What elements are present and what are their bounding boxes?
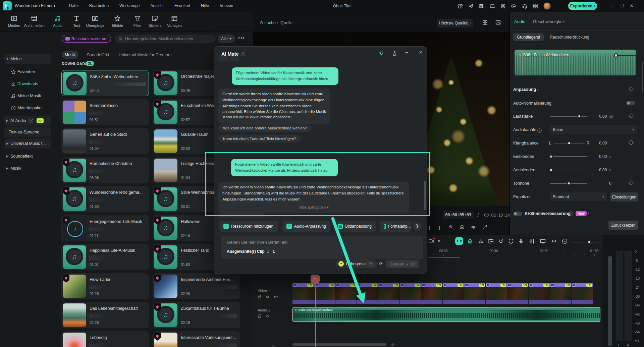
video-clip[interactable]: ⚡AI	[314, 283, 335, 304]
tab-audio[interactable]: Audio	[514, 19, 525, 24]
headset-icon[interactable]	[522, 3, 527, 9]
video-clip[interactable]: ⚡AI	[335, 283, 357, 304]
menu-version[interactable]: Version	[214, 0, 238, 12]
sidebar-item-meine-musik[interactable]: Meine Musik	[4, 91, 51, 101]
speed-rotate-icon[interactable]	[498, 238, 504, 244]
audio-clip-waveform-card[interactable]: ♬ Süße Zeit in Weihnachten	[515, 50, 636, 75]
fullscreen-icon[interactable]	[482, 225, 487, 229]
media-tab-universal-music-for-creators[interactable]: Universal Music for Creators	[118, 51, 172, 59]
audio-clip[interactable]: ♬ Süße Zeit in Weihnachten	[292, 307, 600, 322]
video-lock-icon[interactable]	[258, 295, 262, 299]
scope-icon[interactable]	[495, 20, 501, 25]
equalizer-dropdown[interactable]: Standard▾	[550, 192, 607, 201]
split-icon[interactable]	[478, 238, 484, 244]
video-clip[interactable]: ⚡AI	[357, 283, 378, 304]
dialog-close-icon[interactable]: ✕	[419, 50, 423, 55]
suggestion-chip[interactable]: Kann ich die Musiklautstärke anpassen?	[218, 113, 297, 121]
video-clip[interactable]: ⚡AI	[464, 283, 485, 304]
video-clip[interactable]: ⚡AI	[486, 283, 507, 304]
command-input[interactable]: Geben Sie hier Ihren Befehl ein Ausgewäh…	[221, 236, 423, 259]
playhead-line[interactable]	[315, 279, 316, 347]
tonhoehe-keyframe-icon[interactable]	[629, 180, 634, 186]
ki-stimmverbesserung-toggle[interactable]	[513, 212, 522, 216]
shield-icon[interactable]	[508, 238, 514, 244]
music-card[interactable]: Zukunftshaus für T-Bühne02:15	[153, 302, 240, 328]
music-card[interactable]: Wunderschöne retro gemä...01:33	[61, 186, 149, 212]
sidebar-item-universal-music-f-[interactable]: ▶Universal Music f...	[4, 138, 51, 149]
ausblenden-slider[interactable]	[550, 170, 587, 170]
menu-ansicht[interactable]: Ansicht	[145, 0, 169, 12]
ai-mate-icon[interactable]	[455, 237, 463, 245]
toolbar-templates[interactable]: Vorlagen	[164, 14, 185, 27]
menu-hilfe[interactable]: Hilfe	[196, 0, 214, 12]
quality-dropdown[interactable]: Höchste Qualität▾	[437, 19, 473, 27]
vertical-scrollbar[interactable]	[608, 256, 612, 346]
music-card[interactable]: Happiness Life-AI-Musik01:01	[61, 244, 149, 270]
klangbalance-value[interactable]: 0,00	[599, 141, 607, 146]
tab-quelle[interactable]: Quelle	[280, 20, 292, 25]
einblenden-slider[interactable]	[550, 156, 587, 157]
mark-in-icon[interactable]: {	[429, 225, 430, 230]
magnet-tool-icon[interactable]	[467, 238, 473, 244]
sidebar-item-musik[interactable]: ▶Musik	[4, 163, 51, 173]
send-button[interactable]: Senden✦10	[386, 260, 419, 268]
speaker-icon[interactable]	[471, 225, 476, 230]
anpassung-header[interactable]: Anpassung ▾	[513, 87, 539, 92]
music-card[interactable]: Sommerblasen01:51	[61, 99, 149, 125]
tonhoehe-value[interactable]: 0	[609, 181, 611, 186]
flask-icon[interactable]	[392, 51, 397, 56]
suggestion-chip[interactable]: Wie kann ich eine andere Musikrichtung w…	[218, 124, 312, 132]
tab-geschwindigkeit[interactable]: Geschwindigkeit	[533, 19, 565, 24]
lautstaerke-value[interactable]: 0,00	[599, 114, 607, 119]
music-card[interactable]: Interessante Vorlesungseinf...	[153, 331, 240, 347]
gift-icon[interactable]	[458, 3, 463, 9]
reset-button[interactable]: Zurücksetzen	[608, 221, 638, 230]
close-button[interactable]: ✕	[627, 0, 637, 12]
ki-expand-caret[interactable]: ▾	[588, 212, 589, 215]
video-clip[interactable]: ⚡AI	[529, 283, 550, 304]
filter-all-button[interactable]: Alle	[218, 35, 235, 43]
music-card[interactable]: Inspirierende Ambeint-Erin...02:26	[153, 273, 240, 299]
music-card[interactable]: Das Lebensmittelgeschäft02:28	[61, 302, 149, 328]
expand-info-link[interactable]: Infos aufklappen ▾	[222, 205, 405, 210]
pin-icon[interactable]	[379, 51, 384, 56]
track-width-icon[interactable]	[551, 238, 557, 244]
lautstaerke-slider[interactable]	[550, 116, 587, 117]
music-card[interactable]: Lebendig	[61, 331, 149, 347]
ausblenden-value[interactable]: 0,00	[599, 168, 607, 172]
action-chip-bildanpassung[interactable]: ▦Bildanpassung	[334, 221, 376, 232]
dialog-help-icon[interactable]: ?	[241, 52, 245, 56]
horizontal-scrollbar[interactable]	[292, 343, 386, 346]
apps-icon[interactable]	[533, 3, 538, 9]
lautstaerke-keyframe-icon[interactable]	[629, 113, 634, 119]
subtab-grundlegend[interactable]: Grundlegend	[513, 33, 544, 41]
klangbalance-slider[interactable]	[554, 143, 585, 143]
tonhoehe-slider[interactable]	[550, 183, 587, 184]
menu-datei[interactable]: Datei	[64, 0, 84, 12]
waveform-slider-knob[interactable]	[614, 53, 618, 58]
sidebar-item-meine[interactable]: ▼Meine	[4, 54, 51, 64]
music-card[interactable]: Flow-Läden01:28	[61, 273, 149, 299]
sidebar-item-materialpaket[interactable]: Materialpaket	[4, 103, 51, 113]
klangbalance-keyframe-icon[interactable]	[629, 140, 634, 146]
video-clip[interactable]: ⚡AI	[400, 283, 421, 304]
unlimited-pill[interactable]: ✦ Unbegrenzt ?	[336, 259, 377, 268]
video-clip[interactable]: ⚡AI	[378, 283, 399, 304]
video-visibility-icon[interactable]	[274, 295, 278, 299]
sidebar-item-downloads[interactable]: Downloads	[4, 79, 51, 89]
minimize-button[interactable]: ─	[606, 0, 616, 12]
menu-werkzeuge[interactable]: Werkzeuge	[114, 0, 145, 12]
action-chip-formatanp-[interactable]: ¶Formatanp...	[380, 221, 411, 232]
music-card[interactable]: Energiegeladene Talk-Musik01:11	[61, 215, 149, 241]
microphone-icon[interactable]	[518, 238, 524, 244]
video-clip[interactable]: ⚡AI	[443, 283, 464, 304]
settings-gear-icon[interactable]: ⚙	[449, 224, 453, 229]
export-button[interactable]: Exportieren▾	[568, 2, 597, 10]
video-clip[interactable]: ⚡AI	[507, 283, 528, 304]
video-clip[interactable]: ⚡AI	[421, 283, 442, 304]
playhead-scissors-icon[interactable]: ✂	[311, 275, 320, 283]
einblenden-value[interactable]: 0,00	[599, 154, 607, 159]
video-clip[interactable]: ⚡AI	[292, 283, 314, 304]
toolbar-effects[interactable]: Effekte	[107, 14, 128, 27]
expand-toolbar-icon[interactable]: »	[438, 238, 440, 243]
